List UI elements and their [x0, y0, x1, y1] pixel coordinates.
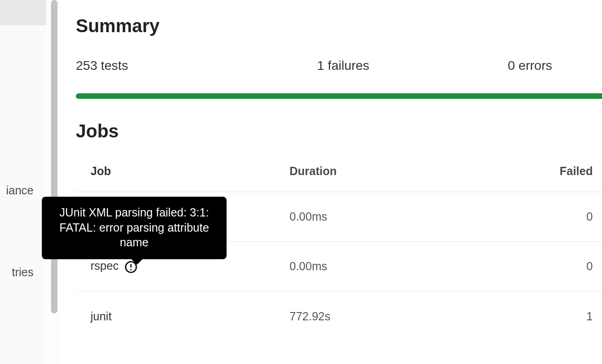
error-tooltip: JUnit XML parsing failed: 3:1: FATAL: er…: [42, 197, 227, 259]
column-header-failed[interactable]: Failed: [547, 165, 602, 178]
sidebar-selected-bg: [0, 0, 46, 25]
tooltip-text: JUnit XML parsing failed: 3:1: FATAL: er…: [59, 206, 209, 249]
job-failed: 0: [547, 210, 602, 223]
job-name: rspec: [91, 259, 119, 272]
sidebar-item-label: tries: [12, 266, 34, 279]
job-duration: 0.00ms: [290, 260, 547, 273]
summary-errors: 0 errors: [508, 58, 552, 73]
job-failed: 0: [547, 260, 602, 273]
job-failed: 1: [547, 310, 602, 323]
summary-failures: 1 failures: [317, 58, 508, 73]
sidebar-item-compliance[interactable]: iance: [6, 184, 46, 197]
progress-bar: [76, 93, 602, 99]
jobs-table-header: Job Duration Failed: [76, 165, 602, 192]
sidebar: iance tries: [0, 0, 46, 364]
table-row[interactable]: junit 772.92s 1: [76, 291, 602, 341]
main-content: Summary 253 tests 1 failures 0 errors Jo…: [76, 0, 602, 364]
summary-heading: Summary: [76, 16, 602, 36]
job-duration: 772.92s: [290, 310, 547, 323]
summary-stats: 253 tests 1 failures 0 errors: [76, 58, 602, 73]
sidebar-item-label: iance: [6, 184, 34, 197]
sidebar-item-registries[interactable]: tries: [12, 266, 46, 279]
summary-tests: 253 tests: [76, 58, 317, 73]
svg-point-2: [130, 269, 131, 270]
column-header-duration[interactable]: Duration: [290, 165, 547, 178]
job-duration: 0.00ms: [290, 210, 547, 223]
jobs-heading: Jobs: [76, 121, 602, 142]
scrollbar-thumb[interactable]: [51, 0, 57, 313]
scrollbar-track[interactable]: [46, 0, 60, 364]
job-name: junit: [76, 310, 290, 323]
job-name-cell: rspec: [76, 259, 290, 273]
column-header-job[interactable]: Job: [76, 165, 290, 178]
